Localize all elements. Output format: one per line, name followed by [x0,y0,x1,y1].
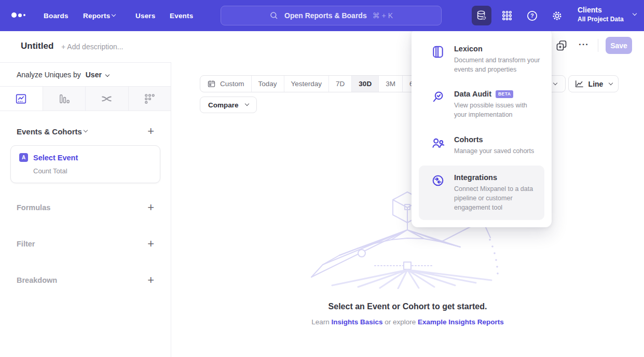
breakdown-label: Breakdown [17,276,57,284]
chevron-down-icon [632,11,636,16]
add-breakdown-button[interactable]: + [147,274,154,286]
retention-dots-icon [144,93,156,105]
date-range-30d[interactable]: 30D [352,76,379,92]
add-formula-button[interactable]: + [147,202,154,213]
nav-item-label: Users [135,12,156,20]
chevron-down-icon [553,80,557,85]
settings-button[interactable] [547,6,567,25]
cohorts-users-icon [431,136,445,149]
events-cohorts-label[interactable]: Events & Cohorts [17,127,82,136]
database-gear-icon [476,10,487,21]
date-range-3m[interactable]: 3M [379,76,403,92]
add-filter-button[interactable]: + [147,238,154,250]
events-cohorts-header: Events & Cohorts + [0,111,171,137]
tab-insights[interactable] [0,87,43,111]
event-metric-selector[interactable]: Count Total [33,167,152,175]
header-divider [598,39,598,52]
grid-icon [501,10,513,21]
search-shortcut: ⌘ + K [373,11,393,20]
menu-item-description: Manage your saved cohorts [454,146,534,156]
nav-item-reports[interactable]: Reports [83,0,115,31]
question-mark-icon: ? [526,10,538,22]
date-range-7d[interactable]: 7D [329,76,352,92]
analyze-value: User [86,71,102,79]
help-button[interactable]: ? [522,6,542,25]
example-reports-link[interactable]: Example Insights Reports [418,318,504,326]
global-search-button[interactable]: Open Reports & Boards ⌘ + K [221,6,442,25]
learn-prefix: Learn [311,318,330,326]
chevron-down-icon [244,102,249,106]
chevron-down-icon [112,12,116,17]
beta-badge: BETA [496,90,514,98]
analyze-value-dropdown[interactable]: User [86,71,109,79]
duplicate-report-button[interactable] [555,39,568,52]
nav-item-label: Reports [83,12,110,20]
date-range-label: 30D [359,80,372,88]
date-range-custom[interactable]: Custom [200,76,252,92]
menu-item-title: Lexicon [454,45,541,53]
data-management-dropdown: Lexicon Document and transform your even… [412,29,552,227]
menu-item-title: Data AuditBETA [454,90,541,98]
menu-item-integrations[interactable]: Integrations Connect Mixpanel to a data … [419,166,544,220]
flow-icon [101,93,113,105]
more-options-button[interactable]: ... [576,37,592,48]
menu-item-title: Integrations [454,173,539,182]
chevron-down-icon [609,80,613,85]
nav-item-label: Events [170,12,193,20]
compare-button[interactable]: Compare [200,97,257,113]
project-name: Clients [578,6,624,15]
tab-funnels[interactable] [43,87,86,111]
nav-item-boards[interactable]: Boards [44,0,68,31]
gear-icon [551,10,563,22]
menu-item-title: Cohorts [454,135,534,144]
insights-line-chart-icon [15,93,27,105]
chart-type-dropdown[interactable]: Line [568,75,619,92]
bar-chart-icon [58,93,70,105]
nav-item-users[interactable]: Users [135,0,156,31]
copy-icon [555,39,568,52]
date-range-label: 3M [386,80,395,88]
menu-item-description: View possible issues with your implement… [454,101,541,119]
analyze-uniques-row: Analyze Uniques by User [0,63,171,86]
empty-state-title: Select an Event or Cohort to get started… [171,302,644,311]
date-range-yesterday[interactable]: Yesterday [284,76,330,92]
menu-item-cohorts[interactable]: Cohorts Manage your saved cohorts [412,128,552,163]
integrations-sync-icon [431,174,445,187]
apps-grid-button[interactable] [497,6,517,25]
event-series-badge: A [19,153,28,162]
add-description-field[interactable]: + Add description... [61,43,123,51]
date-range-label: Custom [220,80,244,88]
mixpanel-logo-icon[interactable] [11,12,25,18]
chevron-down-icon [84,128,88,132]
insights-basics-link[interactable]: Insights Basics [331,318,382,326]
compare-label: Compare [208,101,239,109]
nav-item-label: Boards [44,12,68,20]
chart-type-label: Line [588,80,604,88]
nav-item-events[interactable]: Events [170,0,193,31]
tab-retention[interactable] [129,87,171,111]
search-label: Open Reports & Boards [284,11,367,20]
lexicon-book-icon [431,45,445,59]
select-event-button[interactable]: Select Event [33,154,78,162]
line-chart-icon [574,79,584,89]
tab-flows[interactable] [86,87,129,111]
search-icon [269,11,279,20]
event-card[interactable]: A Select Event Count Total [10,145,160,183]
date-range-label: 7D [336,80,345,88]
filter-section: Filter + [0,226,171,262]
menu-item-title-text: Data Audit [454,90,491,98]
save-button[interactable]: Save [606,37,632,54]
query-builder-sidebar: Analyze Uniques by User [0,62,171,357]
project-selector[interactable]: Clients All Project Data [578,6,636,23]
filter-label: Filter [17,240,35,248]
chevron-down-icon [105,72,109,76]
add-event-button[interactable]: + [147,126,154,137]
data-management-button[interactable] [472,6,491,25]
report-type-tabs [0,86,171,111]
menu-item-description: Document and transform your events and p… [454,56,541,74]
date-range-today[interactable]: Today [252,76,284,92]
report-title[interactable]: Untitled [21,41,53,51]
date-range-label: Yesterday [291,80,322,88]
menu-item-lexicon[interactable]: Lexicon Document and transform your even… [412,37,552,82]
menu-item-data-audit[interactable]: Data AuditBETA View possible issues with… [412,82,552,127]
